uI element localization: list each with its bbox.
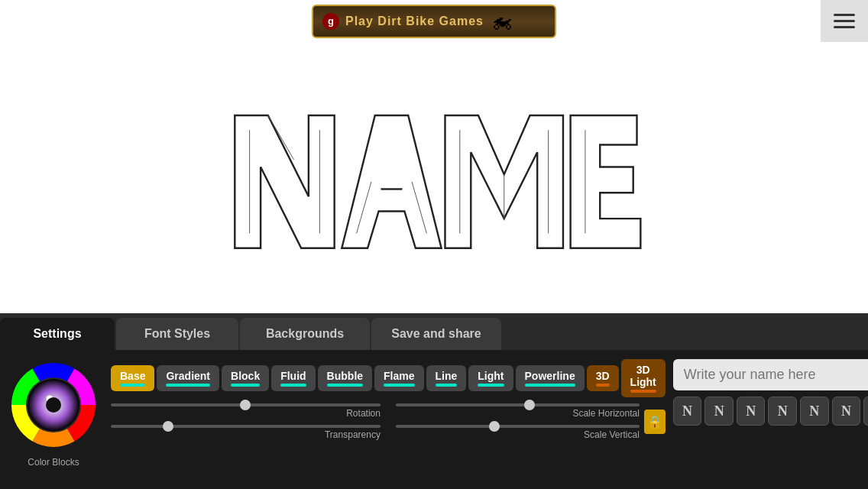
name-input[interactable] [673,359,868,390]
font-btn-fluid[interactable]: Fluid [271,365,315,391]
canvas-area [0,42,868,313]
scale-section: Scale Horizontal Scale Vertical 🔒 [396,403,666,440]
scale-h-slider-item: Scale Horizontal [396,403,640,419]
font-btn-3d[interactable]: 3D [587,365,619,391]
font-btn-3d-light[interactable]: 3D Light [621,359,666,397]
top-banner: g Play Dirt Bike Games 🏍 [0,0,868,42]
svg-line-3 [268,115,294,159]
letter-btn-n4[interactable]: N [768,397,797,426]
letter-btn-n6[interactable]: N [832,397,861,426]
scale-vertical-slider[interactable] [396,425,640,428]
ad-banner[interactable]: g Play Dirt Bike Games 🏍 [312,5,556,38]
tab-save-share[interactable]: Save and share [371,318,501,350]
left-sliders: Rotation Transparency [111,403,381,440]
controls-section: Base Gradient Block Fluid Bubble [107,359,666,480]
color-wheel-section: Color Blocks [8,359,99,480]
letter-btn-n1[interactable]: N [673,397,702,426]
tab-font-styles[interactable]: Font Styles [116,318,238,350]
svg-point-18 [46,397,61,413]
font-btn-gradient[interactable]: Gradient [157,365,219,391]
ad-text: Play Dirt Bike Games [345,15,484,28]
ad-icon: g [322,13,339,30]
svg-line-7 [412,181,426,233]
tab-backgrounds[interactable]: Backgrounds [240,318,370,350]
font-btn-line[interactable]: Line [426,365,467,391]
color-blocks-label: Color Blocks [28,457,79,468]
rotation-label: Rotation [111,408,381,419]
font-btn-bubble[interactable]: Bubble [318,365,372,391]
svg-line-6 [357,181,371,233]
scale-h-label: Scale Horizontal [396,408,640,419]
color-wheel[interactable] [8,359,99,451]
scale-sliders: Scale Horizontal Scale Vertical [396,403,640,440]
sliders-section: Rotation Transparency Scale Horizontal [111,403,666,440]
letter-btn-n2[interactable]: N [704,397,734,426]
font-buttons-row: Base Gradient Block Fluid Bubble [111,359,666,397]
menu-line-2 [834,20,855,22]
letter-btn-n5[interactable]: N [800,397,829,426]
menu-line-1 [834,14,855,16]
font-btn-flame[interactable]: Flame [374,365,423,391]
ad-bike: 🏍 [491,8,513,34]
lock-icon[interactable]: 🔒 [644,410,666,434]
letter-btn-n7[interactable]: N [863,397,868,426]
scale-v-label: Scale Vertical [396,429,640,440]
letter-buttons: N N N N N N N N N [673,397,868,426]
bottom-panel: Settings Font Styles Backgrounds Save an… [0,313,868,489]
svg-marker-12 [571,115,641,248]
svg-marker-4 [342,115,441,248]
scale-horizontal-slider[interactable] [396,403,640,406]
font-btn-light[interactable]: Light [468,365,513,391]
panel-content: Color Blocks Base Gradient Block F [0,350,868,489]
menu-line-3 [834,26,855,28]
font-btn-powerline[interactable]: Powerline [516,365,585,391]
font-btn-block[interactable]: Block [222,365,269,391]
tab-bar: Settings Font Styles Backgrounds Save an… [0,313,868,350]
graffiti-svg [212,71,656,285]
menu-button[interactable] [821,0,868,42]
right-section: N N N N N N N N N [673,359,868,480]
font-btn-base[interactable]: Base [111,365,154,391]
transparency-label: Transparency [111,429,381,440]
tab-settings[interactable]: Settings [0,318,115,350]
rotation-slider[interactable] [111,403,381,406]
letter-btn-n3[interactable]: N [737,397,766,426]
transparency-slider[interactable] [111,425,381,428]
scale-v-slider-item: Scale Vertical [396,425,640,440]
rotation-slider-item: Rotation [111,403,381,419]
transparency-slider-item: Transparency [111,425,381,440]
